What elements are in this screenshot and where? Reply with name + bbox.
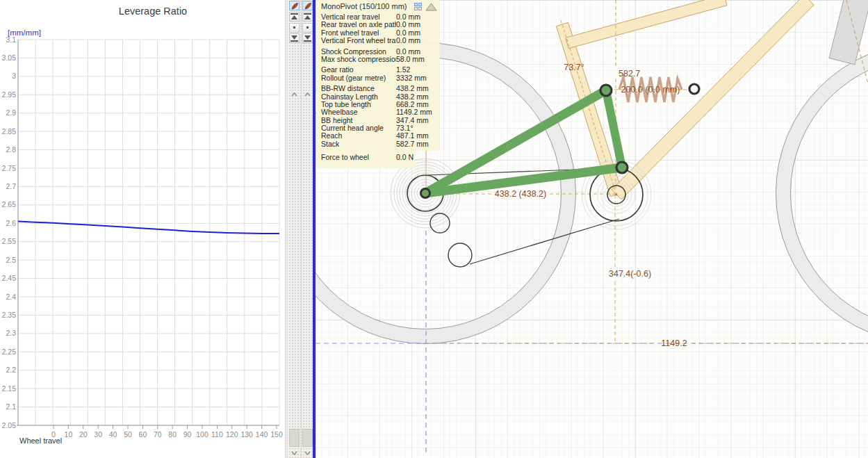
svg-text:40: 40	[109, 430, 117, 439]
info-row: Front wheel travel0.0 mm	[316, 29, 440, 37]
svg-text:130: 130	[240, 430, 253, 439]
info-row: BB-RW distance438.2 mm	[316, 85, 440, 92]
main-pivot[interactable]	[616, 162, 628, 173]
svg-text:2.8: 2.8	[6, 145, 16, 154]
info-row-label: Rollout (gear metre)	[321, 74, 396, 82]
svg-text:2.35: 2.35	[2, 311, 17, 319]
svg-text:2.95: 2.95	[2, 90, 17, 99]
info-panel-rows: Vertical rear travel0.0 mmRear travel on…	[316, 13, 440, 148]
scrollbar-down-arrow[interactable]	[289, 449, 300, 457]
linkage-name-title: MonoPivot (150/100 mm)	[321, 2, 414, 10]
svg-text:20: 20	[79, 430, 88, 439]
svg-text:10: 10	[65, 430, 73, 439]
chevron-down-icon	[291, 451, 297, 455]
info-row-label: Vertical Front wheel travel	[321, 37, 396, 44]
svg-text:3: 3	[12, 72, 16, 80]
force-to-wheel-panel: Force to wheel0.0 N	[316, 148, 416, 168]
scrollbar-up-arrow[interactable]	[302, 90, 313, 99]
info-row-value: 3332 mm	[396, 74, 440, 82]
info-row-value: 0.0 mm	[396, 37, 440, 44]
svg-text:90: 90	[183, 430, 192, 439]
rear-axle-center-dot	[424, 192, 426, 194]
svg-text:2.9: 2.9	[6, 108, 16, 117]
svg-text:2.85: 2.85	[2, 127, 17, 136]
info-row: Force to wheel0.0 N	[316, 154, 416, 161]
svg-text:2.4: 2.4	[6, 293, 16, 301]
leverage-ratio-plot: 2.052.12.152.22.252.32.352.42.452.52.552…	[0, 0, 285, 458]
info-row-label: Vertical rear travel	[321, 13, 396, 21]
stack-label: 582.7	[619, 69, 640, 79]
info-row: Wheelbase1149.2 mm	[316, 108, 440, 116]
chart-y-unit-label: [mm/mm]	[8, 28, 41, 37]
leverage-ratio-chart-panel: 2.052.12.152.22.252.32.352.42.452.52.552…	[0, 0, 285, 458]
svg-text:2.15: 2.15	[2, 384, 17, 393]
to-bottom-icon	[290, 35, 298, 42]
info-row-label: Stack	[321, 140, 396, 148]
info-row-label: Shock Compression	[321, 48, 396, 56]
scrollbar-thumb[interactable]	[289, 429, 300, 447]
info-row-value: 438.2 mm	[396, 85, 440, 92]
svg-text:3.05: 3.05	[2, 54, 17, 62]
scrollbar-thumb[interactable]	[302, 429, 313, 447]
center-dot-button[interactable]	[289, 23, 300, 33]
info-panel-header: MonoPivot (150/100 mm)	[316, 1, 440, 13]
scroll-to-bottom-button[interactable]	[289, 33, 300, 43]
fork[interactable]	[829, 0, 868, 65]
scrollbar-up-arrow[interactable]	[289, 90, 300, 99]
info-row-value: 0.0 N	[396, 154, 416, 161]
seat-angle-label: 73.7°	[564, 63, 584, 72]
collapse-triangle-icon[interactable]	[425, 3, 437, 11]
svg-text:120: 120	[226, 430, 238, 439]
info-row-label: Reach	[321, 132, 396, 140]
info-row-label: Max shock compression	[321, 56, 396, 63]
chevron-down-icon	[304, 451, 311, 455]
svg-text:2.65: 2.65	[2, 200, 17, 208]
shock-front-eye-pivot[interactable]	[689, 84, 699, 94]
shock-length-label: 200.0 (0.0 mm)	[621, 85, 680, 95]
scroll-to-top-button[interactable]	[289, 12, 300, 22]
info-row-label: BB height	[321, 117, 396, 124]
scroll-to-top-button[interactable]	[302, 12, 313, 22]
wheelbase-label: 1149.2	[661, 338, 687, 348]
info-row: Rear travel on axle path0.0 mm	[316, 21, 440, 28]
svg-text:100: 100	[196, 430, 208, 439]
info-group: BB-RW distance438.2 mmChainstay Length43…	[316, 85, 440, 148]
svg-text:50: 50	[124, 430, 132, 439]
info-panel-icons	[414, 3, 437, 11]
scroll-to-bottom-button[interactable]	[302, 33, 313, 43]
svg-text:2.7: 2.7	[6, 182, 16, 190]
pen-tool-button[interactable]	[302, 1, 313, 10]
measurements-info-panel: MonoPivot (150/100 mm) Vertical rear tra…	[316, 0, 440, 151]
info-row-label: Gear ratio	[321, 66, 396, 74]
info-row-label: Rear travel on axle path	[321, 21, 396, 28]
svg-text:2.55: 2.55	[2, 237, 17, 245]
info-row: Rollout (gear metre)3332 mm	[316, 74, 440, 82]
chain-bottom-run	[470, 219, 619, 264]
derailleur-upper-pulley	[430, 213, 450, 233]
info-row-label: Front wheel travel	[321, 29, 396, 37]
info-row: Stack582.7 mm	[316, 140, 440, 148]
center-dot-button[interactable]	[302, 23, 313, 33]
info-row-label: Force to wheel	[321, 154, 396, 161]
grid-view-icon[interactable]	[414, 3, 422, 10]
to-top-icon	[304, 13, 311, 20]
info-group: Force to wheel0.0 N	[316, 154, 416, 161]
rocker-shock-pivot[interactable]	[600, 85, 612, 96]
chainstay-label: 438.2 (438.2)	[495, 189, 546, 199]
svg-text:110: 110	[211, 430, 223, 439]
info-row-value: 1149.2 mm	[396, 108, 440, 116]
top-tube[interactable]	[566, 0, 727, 49]
info-row-label: Top tube length	[321, 101, 396, 108]
chart-x-axis-label: Wheel travel	[19, 436, 62, 445]
scrollbar-down-arrow[interactable]	[302, 449, 313, 457]
info-row: Max shock compression58.0 mm	[316, 56, 440, 63]
svg-text:2.25: 2.25	[2, 347, 17, 356]
pen-tool-button[interactable]	[289, 1, 300, 10]
svg-text:2.1: 2.1	[6, 402, 16, 411]
info-group: Shock Compression0.0 mmMax shock compres…	[316, 48, 440, 64]
svg-text:150: 150	[270, 430, 283, 439]
dot-icon	[304, 24, 311, 31]
bike-drawing-canvas[interactable]: 73.7° 582.7 200.0 (0.0 mm) 438.2 (438.2)…	[313, 0, 868, 458]
feather-pen-icon	[290, 1, 299, 10]
info-row-label: Chainstay Length	[321, 93, 396, 101]
